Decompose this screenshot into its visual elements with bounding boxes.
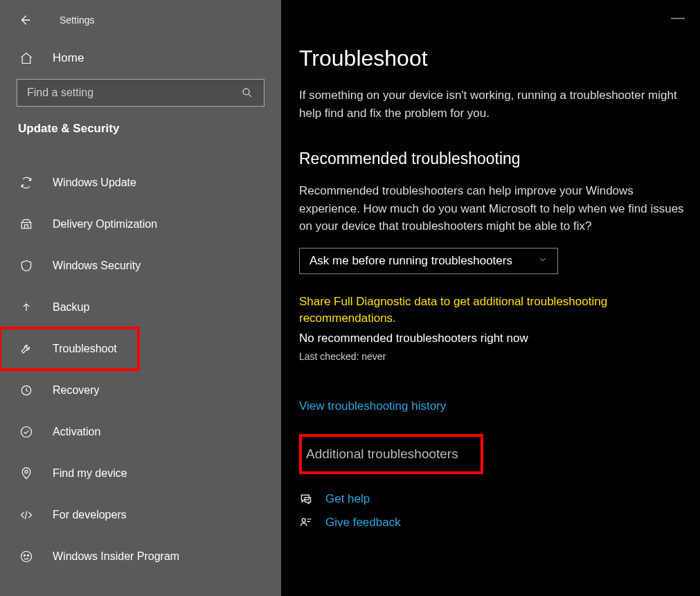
sidebar: Settings Home Update & Security Windows … (0, 0, 281, 596)
code-icon (19, 508, 33, 522)
get-help-row[interactable]: Get help (299, 492, 686, 506)
sidebar-item-find-my-device[interactable]: Find my device (0, 453, 281, 494)
search-box[interactable] (17, 79, 264, 107)
home-nav[interactable]: Home (0, 33, 281, 79)
window-title: Settings (60, 15, 95, 26)
minimize-button[interactable]: — (671, 10, 685, 26)
nav-label: Windows Update (53, 177, 136, 189)
sidebar-item-activation[interactable]: Activation (0, 411, 281, 453)
location-icon (19, 467, 33, 480)
nav-label: Find my device (53, 467, 127, 480)
delivery-icon (19, 217, 33, 231)
main-content: — Troubleshoot If something on your devi… (281, 0, 700, 596)
svg-point-5 (21, 552, 32, 562)
nav-label: Troubleshoot (53, 343, 117, 355)
give-feedback-link[interactable]: Give feedback (325, 516, 401, 530)
home-icon (19, 51, 33, 65)
no-recommended-text: No recommended troubleshooters right now (299, 332, 686, 345)
sync-icon (19, 176, 33, 190)
insider-icon (19, 550, 33, 563)
sidebar-item-recovery[interactable]: Recovery (0, 370, 281, 411)
diagnostic-warning: Share Full Diagnostic data to get additi… (299, 294, 673, 327)
troubleshooting-history-link[interactable]: View troubleshooting history (299, 399, 446, 413)
additional-troubleshooters-link[interactable]: Additional troubleshooters (299, 434, 483, 474)
page-description: If something on your device isn't workin… (299, 87, 686, 122)
arrow-left-icon (19, 14, 31, 26)
sidebar-item-for-developers[interactable]: For developers (0, 494, 281, 536)
get-help-link[interactable]: Get help (325, 492, 370, 506)
nav-label: Recovery (53, 384, 100, 397)
backup-icon (19, 300, 33, 314)
feedback-icon (299, 516, 313, 530)
dropdown-value: Ask me before running troubleshooters (309, 254, 512, 268)
sidebar-item-troubleshoot[interactable]: Troubleshoot (0, 328, 138, 370)
give-feedback-row[interactable]: Give feedback (299, 516, 686, 530)
chevron-down-icon (538, 254, 548, 268)
search-input[interactable] (27, 87, 240, 99)
nav-label: Backup (53, 301, 89, 314)
last-checked-text: Last checked: never (299, 351, 686, 362)
svg-point-8 (302, 518, 305, 522)
nav-label: Windows Security (53, 260, 141, 272)
troubleshoot-preference-dropdown[interactable]: Ask me before running troubleshooters (299, 248, 558, 274)
section-description: Recommended troubleshooters can help imp… (299, 182, 686, 235)
search-icon (240, 86, 254, 100)
back-button[interactable] (18, 13, 32, 27)
svg-rect-1 (21, 223, 30, 228)
svg-point-0 (243, 89, 249, 95)
sidebar-item-delivery-optimization[interactable]: Delivery Optimization (0, 204, 281, 245)
section-heading: Recommended troubleshooting (299, 150, 686, 168)
nav-label: Activation (53, 426, 100, 438)
sidebar-item-windows-security[interactable]: Windows Security (0, 245, 281, 287)
titlebar: Settings (0, 7, 281, 33)
recovery-icon (19, 383, 33, 397)
category-title: Update & Security (0, 122, 281, 150)
nav-list: Windows Update Delivery Optimization Win… (0, 150, 281, 577)
wrench-icon (19, 342, 33, 356)
nav-label: Delivery Optimization (53, 218, 157, 231)
svg-point-4 (25, 470, 28, 473)
chat-icon (299, 492, 313, 506)
check-circle-icon (19, 425, 33, 439)
additional-heading: Additional troubleshooters (306, 446, 458, 461)
nav-label: For developers (53, 509, 127, 521)
sidebar-item-windows-update[interactable]: Windows Update (0, 162, 281, 204)
svg-point-6 (24, 554, 25, 556)
shield-icon (19, 259, 33, 273)
svg-point-3 (21, 427, 32, 437)
nav-label: Windows Insider Program (53, 550, 179, 563)
sidebar-item-backup[interactable]: Backup (0, 287, 281, 328)
home-label: Home (53, 51, 84, 65)
svg-point-7 (27, 554, 28, 556)
sidebar-item-windows-insider[interactable]: Windows Insider Program (0, 536, 281, 577)
page-heading: Troubleshoot (299, 46, 686, 71)
